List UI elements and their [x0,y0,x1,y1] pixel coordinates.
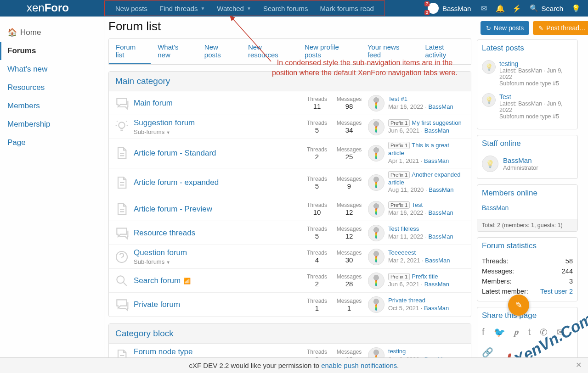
avatar[interactable] [368,201,384,217]
subnav-search-forums[interactable]: Search forums [257,1,314,16]
staff-online-heading: Staff online [477,135,577,152]
forum-title-link[interactable]: Suggestion forum [134,118,195,127]
sidebar-item-home[interactable]: 🏠Home [0,23,104,42]
link-icon[interactable]: 🔗 [482,347,493,358]
stat-value[interactable]: Test user 2 [540,288,573,295]
subforums-toggle[interactable]: Sub-forums ▼ [134,128,301,135]
facebook-icon[interactable]: f [482,327,485,338]
user-avatar: 7 2 [428,3,439,14]
tumblr-icon[interactable]: t [528,327,531,338]
user-menu[interactable]: 7 2 BassMan [423,3,476,14]
whatsapp-icon[interactable]: ✆ [540,327,548,338]
last-post-link[interactable]: Test [412,201,423,208]
forum-title-link[interactable]: Article forum - Preview [134,205,212,213]
sidebar-item-forums[interactable]: Forums [0,42,104,60]
forum-title-link[interactable]: Question forum [134,248,187,257]
avatar[interactable] [368,119,384,135]
last-post-user[interactable]: BassMan [424,127,449,134]
search-toggle[interactable]: 🔍Search [525,4,568,12]
sidebar-item-membership[interactable]: Membership [0,115,104,134]
avatar[interactable] [368,174,384,191]
twitter-icon[interactable]: 🐦 [494,327,505,338]
avatar [482,60,496,74]
staff-item[interactable]: BassMan Administrator [482,154,573,174]
sidebar-item-members[interactable]: Members [0,97,104,115]
last-post-user[interactable]: BassMan [424,157,449,164]
subnav-watched[interactable]: Watched▼ [211,1,257,16]
inbox-icon[interactable]: ✉ [475,0,492,17]
last-post-link[interactable]: Test fileless [388,225,419,232]
threads-count: 10 [301,208,333,216]
last-post-user[interactable]: BassMan [424,305,449,312]
threads-label: Threads [301,146,333,153]
threads-count: 5 [301,126,333,134]
latest-post-item[interactable]: Test Latest: BassMan · Jun 9, 2022 Subfo… [482,91,573,124]
latest-post-item[interactable]: testing Latest: BassMan · Jun 9, 2022 Su… [482,58,573,91]
subforums-toggle[interactable]: Sub-forums ▼ [134,258,301,265]
staff-online-block: Staff online BassMan Administrator [477,135,578,179]
sidebar-item-page[interactable]: Page [0,134,104,152]
tab-forum-list[interactable]: Forum list [109,39,151,64]
post-thread-button[interactable]: ✎Post thread… [533,21,588,35]
avatar[interactable] [368,296,384,313]
last-post-link[interactable]: testing [388,348,406,355]
brand-logo[interactable]: xenForo [0,1,104,16]
avatar[interactable] [368,249,384,265]
thread-prefix[interactable]: Prefix 1 [388,171,410,178]
avatar[interactable] [368,145,384,161]
thread-prefix[interactable]: Prefix 1 [388,201,410,209]
last-post-user[interactable]: BassMan [429,186,453,193]
avatar[interactable] [368,225,384,241]
forum-title-link[interactable]: Resource threads [134,228,195,237]
avatar [482,156,498,172]
subnav-mark-read[interactable]: Mark forums read [314,1,380,16]
last-post-link[interactable]: Teeeeeest [388,249,416,256]
forum-title-link[interactable]: Article forum - expanded [134,178,219,187]
last-post-link[interactable]: My first suggestion [412,119,461,126]
last-post-user[interactable]: BassMan [424,281,449,288]
tab-new-posts[interactable]: New posts [198,39,241,64]
pinterest-icon[interactable]: 𝒑 [514,327,519,338]
thread-prefix[interactable]: Prefix 1 [388,119,410,127]
threads-label: Threads [301,250,333,256]
thread-prefix[interactable]: Prefix 1 [388,142,410,149]
stat-key: Messages: [482,267,514,275]
forum-node-row: Main forumThreads11Messages98Test #1Mar … [109,91,471,115]
last-post-date: Oct 5, 2021 [388,305,419,312]
forum-title-link[interactable]: Search forum [134,276,181,285]
last-post-user[interactable]: BassMan [428,103,453,110]
rss-icon[interactable]: 📶 [183,278,191,284]
last-post-user[interactable]: BassMan [428,209,453,216]
subnav-new-posts[interactable]: New posts [109,1,153,16]
bulb-icon[interactable]: 💡 [568,0,584,17]
sidebar-item-resources[interactable]: Resources [0,78,104,97]
last-post-link[interactable]: Prefix title [412,273,438,280]
forum-title-link[interactable]: Private forum [134,300,180,309]
thread-prefix[interactable]: Prefix 1 [388,273,410,280]
threads-count: 1 [301,304,333,312]
subnav-find-threads[interactable]: Find threads▼ [153,1,211,16]
alerts-icon[interactable]: 🔔 [492,0,509,17]
caret-down-icon: ▼ [200,6,205,11]
last-post-user[interactable]: BassMan [428,233,453,240]
category-title[interactable]: Category block [109,324,471,344]
tab-whats-new[interactable]: What's new [151,39,198,64]
email-icon[interactable]: ✉ [557,327,565,338]
forum-title-link[interactable]: Article forum - Standard [134,149,216,157]
forum-title-link[interactable]: Forum node type [134,347,193,356]
last-post-user[interactable]: BassMan [425,257,450,264]
sidebar-item-whatsnew[interactable]: What's new [0,60,104,78]
forum-stats-heading: Forum statistics [477,238,577,254]
question-icon [113,249,130,265]
last-post-link[interactable]: Test #1 [388,95,407,102]
member-link[interactable]: BassMan [482,203,573,214]
post-thread-fab[interactable]: ✎ [508,295,529,316]
close-icon[interactable]: ✕ [576,361,582,369]
new-posts-button[interactable]: ↻New posts [481,21,529,35]
forum-title-link[interactable]: Main forum [134,99,173,107]
avatar[interactable] [368,273,384,289]
whats-new-icon[interactable]: ⚡ [509,0,525,17]
avatar[interactable] [368,95,384,111]
last-post-link[interactable]: Private thread [388,297,425,304]
enable-push-link[interactable]: enable push notifications [321,362,397,369]
